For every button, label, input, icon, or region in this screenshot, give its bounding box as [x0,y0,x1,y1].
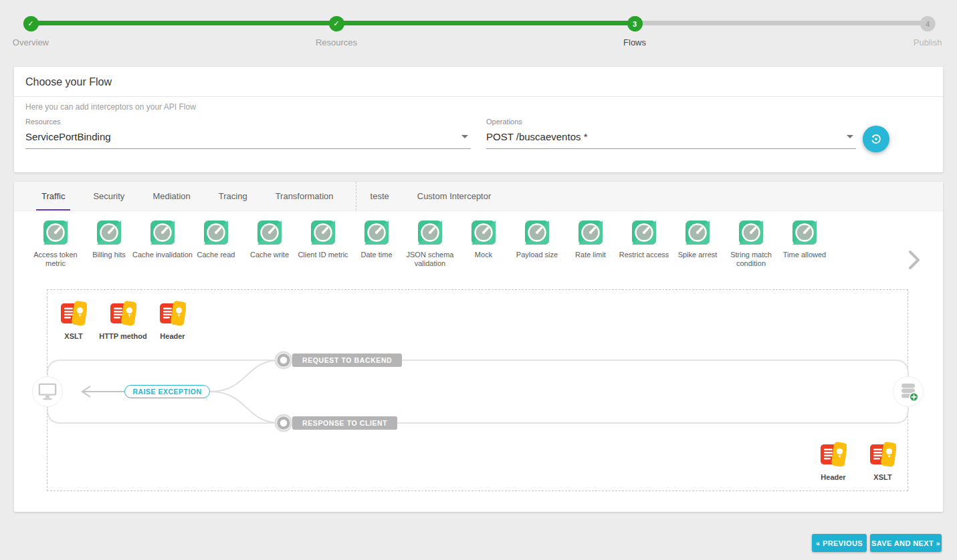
resources-select[interactable]: Resources ServicePortBinding [25,118,471,149]
save-and-next-button[interactable]: SAVE AND NEXT » [870,534,942,552]
stepper-step[interactable]: ✓ Resources [316,16,357,47]
flow-interceptor-label: Header [160,332,185,340]
operations-label: Operations [486,118,856,126]
gauge-icon [525,221,549,245]
document-lightbulb-icon [110,301,136,326]
interceptor-palette-item[interactable]: JSON schema validation [403,221,457,285]
gauge-icon [311,221,335,245]
card-title: Choose your Flow [25,76,112,88]
flow-interceptor-item[interactable]: Header [148,301,197,340]
interceptor-label: Time allowed [772,251,837,259]
interceptor-palette-item[interactable]: Rate limit [564,221,617,285]
step-symbol: 4 [926,20,930,28]
resources-label: Resources [25,118,471,126]
interceptor-tabs: TrafficSecurityMediationTracingTransform… [14,182,943,211]
chevron-right-icon [908,250,920,270]
operations-value: POST /buscaeventos * [486,131,587,142]
flow-interceptor-label: XSLT [64,332,82,340]
wizard-stepper: ✓ Overview ✓ Resources 3 Flows 4 Publish [0,0,957,60]
response-to-client-tag: RESPONSE TO CLIENT [292,416,397,430]
step-label: Publish [914,37,942,47]
interceptor-palette-item[interactable]: Date time [350,221,403,285]
gauge-icon [150,221,175,245]
flows-page: ✓ Overview ✓ Resources 3 Flows 4 Publish… [0,0,957,560]
stepper-steps: ✓ Overview ✓ Resources 3 Flows 4 Publish [0,0,957,60]
tab[interactable]: Custom Interceptor [403,182,506,211]
title-divider [14,96,943,97]
palette-scroll-right-button[interactable] [906,247,923,275]
gauge-icon [257,221,282,245]
interceptor-palette-item[interactable]: Restrict access [617,221,671,285]
tab[interactable]: Tracing [205,182,261,211]
step-indicator: ✓ [328,16,344,31]
gauge-icon [364,221,389,245]
choose-flow-card: Choose your Flow Here you can add interc… [14,67,943,172]
gauge-icon [471,221,496,245]
interceptor-palette-item[interactable]: Billing hits [82,221,136,285]
tab[interactable]: Mediation [138,182,204,211]
gauge-icon [739,221,763,245]
document-lightbulb-icon [159,301,186,326]
step-label: Flows [623,37,646,47]
history-icon [869,132,883,146]
document-lightbulb-icon [60,301,87,326]
monitor-icon [37,382,58,401]
raise-exception-pill[interactable]: RAISE EXCEPTION [124,385,210,398]
interceptor-palette-item[interactable]: Mock [457,221,510,285]
interceptor-palette-item[interactable]: Cache invalidation [136,221,189,285]
step-indicator: 4 [920,16,936,31]
gauge-icon [685,221,710,245]
client-node [32,376,63,407]
tab[interactable]: teste [356,182,403,211]
step-symbol: ✓ [27,19,33,28]
flow-interceptor-item[interactable]: XSLT [858,442,908,481]
interceptor-palette-item[interactable]: Client ID metric [296,221,350,285]
response-interceptors-row: Header [809,442,908,481]
interceptor-palette-item[interactable]: Cache read [189,221,243,285]
step-symbol: 3 [633,20,637,28]
flow-interceptor-item[interactable]: XSLT [49,301,98,340]
step-indicator: 3 [627,16,643,31]
flow-interceptor-item[interactable]: Header [809,442,858,481]
previous-button[interactable]: « PREVIOUS [812,534,867,552]
step-indicator: ✓ [23,16,38,31]
gauge-icon [97,221,121,245]
flow-interceptor-label: XSLT [873,473,891,481]
tab[interactable]: Security [79,182,138,211]
interceptor-palette: Access token metric Billing hits [14,211,903,285]
history-fab-button[interactable] [863,126,889,152]
interceptor-palette-item[interactable]: Time allowed [778,221,831,285]
tab[interactable]: Transformation [261,182,348,211]
gauge-icon [43,221,68,245]
gauge-icon [418,221,442,245]
chevron-down-icon [847,135,853,138]
gauge-icon [632,221,656,245]
document-lightbulb-icon [869,442,896,467]
resources-value: ServicePortBinding [25,131,111,142]
stepper-step[interactable]: ✓ Overview [13,16,49,47]
flow-canvas: XSLT [47,289,908,491]
gauge-icon [578,221,603,245]
request-interceptors-row: XSLT [49,301,197,340]
interceptor-palette-item[interactable]: Access token metric [29,221,82,285]
flow-interceptor-label: HTTP method [99,332,146,340]
step-label: Resources [316,37,357,47]
backend-node-add[interactable] [893,376,924,407]
card-subtitle: Here you can add interceptors on your AP… [25,102,196,112]
flow-interceptor-item[interactable]: HTTP method [98,301,148,340]
interceptor-palette-item[interactable]: String match condition [724,221,778,285]
interceptor-palette-item[interactable]: Spike arrest [671,221,724,285]
request-to-backend-tag: REQUEST TO BACKEND [292,354,402,367]
interceptor-palette-item[interactable]: Payload size [510,221,564,285]
step-symbol: ✓ [333,19,339,28]
tab[interactable]: Traffic [27,182,79,211]
gauge-icon [204,221,228,245]
stepper-step[interactable]: 3 Flows [623,16,646,47]
interceptors-card: TrafficSecurityMediationTracingTransform… [14,182,943,512]
database-add-icon [897,381,919,402]
flow-interceptor-label: Header [821,473,845,481]
chevron-down-icon [461,135,468,138]
interceptor-palette-item[interactable]: Cache write [243,221,296,285]
operations-select[interactable]: Operations POST /buscaeventos * [486,118,856,149]
stepper-step[interactable]: 4 Publish [914,16,942,47]
